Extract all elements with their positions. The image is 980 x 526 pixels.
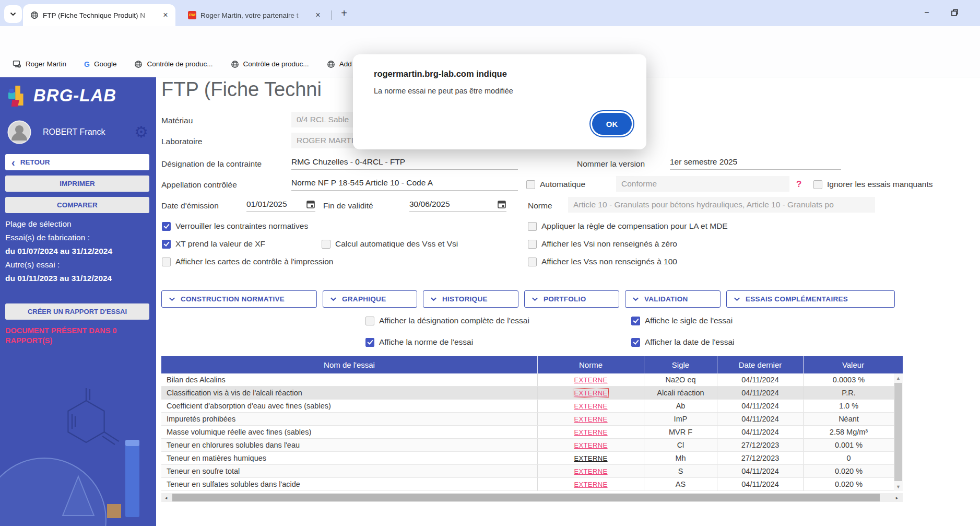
option-vss-100[interactable]: Afficher les Vss non renseignés à 100 bbox=[528, 257, 677, 266]
checkbox[interactable] bbox=[162, 258, 171, 266]
column-header-norme[interactable]: Norme bbox=[537, 356, 644, 373]
option-xt-xf[interactable]: XT prend la valeur de XF bbox=[162, 239, 265, 249]
essai-date: 27/12/2023 bbox=[717, 452, 803, 464]
document-note: DOCUMENT PRÉSENT DANS 0 RAPPORT(S) bbox=[5, 326, 144, 346]
appellation-field[interactable]: Norme NF P 18-545 Article 10 - Code A bbox=[291, 175, 518, 191]
page-title: FTP (Fiche Techni bbox=[161, 78, 322, 101]
tab-search-button[interactable] bbox=[4, 5, 22, 23]
checkbox[interactable] bbox=[162, 240, 171, 249]
close-icon[interactable]: × bbox=[161, 10, 170, 20]
close-icon[interactable]: × bbox=[313, 10, 323, 20]
externe-link[interactable]: EXTERNE bbox=[574, 481, 607, 488]
alert-dialog: rogermartin.brg-lab.com indique La norme… bbox=[353, 54, 646, 149]
checkbox[interactable] bbox=[631, 338, 640, 347]
table-row[interactable]: Teneur en sulfates solubles dans l'acide… bbox=[161, 478, 894, 491]
ignorer-option[interactable]: Ignorer les essais manquants bbox=[813, 180, 932, 189]
vertical-scrollbar-thumb[interactable] bbox=[894, 383, 902, 481]
display-option-norme[interactable]: Affiche la norme de l'essai bbox=[365, 337, 473, 347]
calendar-icon[interactable] bbox=[497, 200, 506, 209]
version-field[interactable]: 1er semestre 2025 bbox=[670, 154, 841, 170]
checkbox[interactable] bbox=[365, 317, 374, 325]
externe-link[interactable]: EXTERNE bbox=[574, 389, 607, 397]
column-header-date[interactable]: Date dernier bbox=[717, 356, 803, 373]
checkbox[interactable] bbox=[322, 240, 330, 249]
essai-date: 04/11/2024 bbox=[717, 465, 803, 477]
externe-link[interactable]: EXTERNE bbox=[574, 376, 607, 384]
bookmark-google[interactable]: G Google bbox=[84, 60, 116, 68]
retour-button[interactable]: ‹ RETOUR bbox=[5, 154, 149, 170]
checkbox[interactable] bbox=[631, 317, 640, 325]
display-option-date[interactable]: Afficher la date de l'essai bbox=[631, 337, 735, 347]
table-row[interactable]: Coefficient d'absorption d'eau avec fine… bbox=[161, 400, 894, 413]
table-row[interactable]: Teneur en matières humiques EXTERNE Mh 2… bbox=[161, 452, 894, 465]
display-option-sigle[interactable]: Affiche le sigle de l'essai bbox=[631, 316, 733, 325]
option-compensation[interactable]: Appliquer la règle de compensation pour … bbox=[528, 221, 728, 231]
bookmark-add[interactable]: Add bbox=[327, 60, 352, 68]
accordion-portfolio[interactable]: PORTFOLIO bbox=[524, 290, 619, 308]
scroll-down-icon[interactable]: ▼ bbox=[894, 483, 903, 491]
ok-button[interactable]: OK bbox=[592, 113, 632, 135]
scroll-right-icon[interactable]: ▸ bbox=[892, 495, 902, 500]
table-row[interactable]: Classification vis à vis de l'alcali réa… bbox=[161, 387, 894, 400]
checkbox[interactable] bbox=[528, 222, 537, 231]
date-emission-value[interactable]: 01/01/2025 bbox=[246, 200, 287, 209]
help-icon[interactable]: ? bbox=[796, 179, 801, 190]
option-cartes-controle[interactable]: Afficher les cartes de contrôle à l'impr… bbox=[162, 257, 333, 266]
column-header-nom[interactable]: Nom de l'essai bbox=[161, 356, 537, 373]
option-vsi-zero[interactable]: Afficher les Vsi non renseignés à zéro bbox=[528, 239, 677, 249]
option-calcul-vss-vsi[interactable]: Calcul automatique des Vss et Vsi bbox=[322, 239, 458, 249]
column-header-sigle[interactable]: Sigle bbox=[644, 356, 717, 373]
externe-link[interactable]: EXTERNE bbox=[574, 454, 607, 462]
bookmark-label: Add bbox=[339, 60, 352, 68]
appellation-label: Appellation contrôlée bbox=[161, 180, 237, 190]
vertical-scrollbar[interactable]: ▲ ▼ bbox=[894, 373, 903, 491]
scroll-left-icon[interactable]: ◂ bbox=[161, 495, 171, 500]
option-verrouiller[interactable]: Verrouiller les contraintes normatives bbox=[162, 221, 308, 231]
checkbox[interactable] bbox=[528, 258, 537, 266]
fin-validite-field[interactable]: 30/06/2025 bbox=[409, 197, 506, 212]
new-tab-button[interactable]: + bbox=[337, 7, 351, 20]
accordion-graphique[interactable]: GRAPHIQUE bbox=[323, 290, 417, 308]
table-row[interactable]: Impuretés prohibées EXTERNE ImP 04/11/20… bbox=[161, 413, 894, 426]
externe-link[interactable]: EXTERNE bbox=[574, 441, 607, 449]
externe-link[interactable]: EXTERNE bbox=[574, 467, 607, 475]
column-header-valeur[interactable]: Valeur bbox=[803, 356, 903, 373]
accordion-validation[interactable]: VALIDATION bbox=[625, 290, 721, 308]
automatique-checkbox[interactable] bbox=[526, 180, 535, 189]
designation-field[interactable]: RMG Chuzelles - 0-4RCL - FTP bbox=[291, 154, 518, 170]
creer-rapport-button[interactable]: CRÉER UN RAPPORT D'ESSAI bbox=[5, 303, 149, 320]
externe-link[interactable]: EXTERNE bbox=[574, 415, 607, 423]
horizontal-scrollbar-thumb[interactable] bbox=[172, 494, 880, 501]
gear-icon[interactable]: ⚙ bbox=[134, 124, 148, 140]
calendar-icon[interactable] bbox=[306, 200, 315, 209]
restore-button[interactable] bbox=[950, 8, 959, 17]
tab-ftp[interactable]: FTP (Fiche Technique Produit) N × bbox=[23, 4, 175, 26]
table-row[interactable]: Bilan des Alcalins EXTERNE Na2O eq 04/11… bbox=[161, 373, 894, 387]
bookmark-controle-2[interactable]: Contrôle de produc... bbox=[231, 60, 309, 68]
table-row[interactable]: Teneur en soufre total EXTERNE S 04/11/2… bbox=[161, 465, 894, 478]
display-option-designation[interactable]: Afficher la désignation complète de l'es… bbox=[365, 316, 529, 325]
essai-valeur: P.R. bbox=[803, 387, 894, 399]
date-emission-field[interactable]: 01/01/2025 bbox=[246, 197, 315, 212]
checkbox[interactable] bbox=[528, 240, 537, 249]
externe-link[interactable]: EXTERNE bbox=[574, 402, 607, 410]
ignorer-checkbox[interactable] bbox=[813, 180, 822, 189]
tab-roger-martin[interactable]: RM Roger Martin, votre partenaire t × bbox=[181, 4, 328, 26]
accordion-construction-normative[interactable]: CONSTRUCTION NORMATIVE bbox=[161, 290, 317, 308]
accordion-essais-complementaires[interactable]: ESSAIS COMPLÉMENTAIRES bbox=[726, 290, 895, 308]
checkbox[interactable] bbox=[365, 338, 374, 347]
fin-validite-value[interactable]: 30/06/2025 bbox=[409, 200, 450, 209]
comparer-button[interactable]: COMPARER bbox=[5, 197, 149, 213]
accordion-historique[interactable]: HISTORIQUE bbox=[423, 290, 518, 308]
externe-link[interactable]: EXTERNE bbox=[574, 428, 607, 436]
imprimer-button[interactable]: IMPRIMER bbox=[5, 176, 149, 192]
table-row[interactable]: Teneur en chlorures solubles dans l'eau … bbox=[161, 439, 894, 452]
checkbox[interactable] bbox=[162, 222, 171, 231]
bookmark-controle-1[interactable]: Contrôle de produc... bbox=[134, 60, 212, 68]
horizontal-scrollbar[interactable]: ◂ ▸ bbox=[161, 493, 903, 502]
automatique-option[interactable]: Automatique bbox=[526, 180, 585, 189]
scroll-up-icon[interactable]: ▲ bbox=[894, 373, 903, 383]
table-row[interactable]: Masse volumique réelle avec fines (sable… bbox=[161, 426, 894, 439]
bookmark-roger-martin[interactable]: Roger Martin bbox=[13, 60, 66, 68]
minimize-button[interactable]: − bbox=[920, 7, 934, 19]
